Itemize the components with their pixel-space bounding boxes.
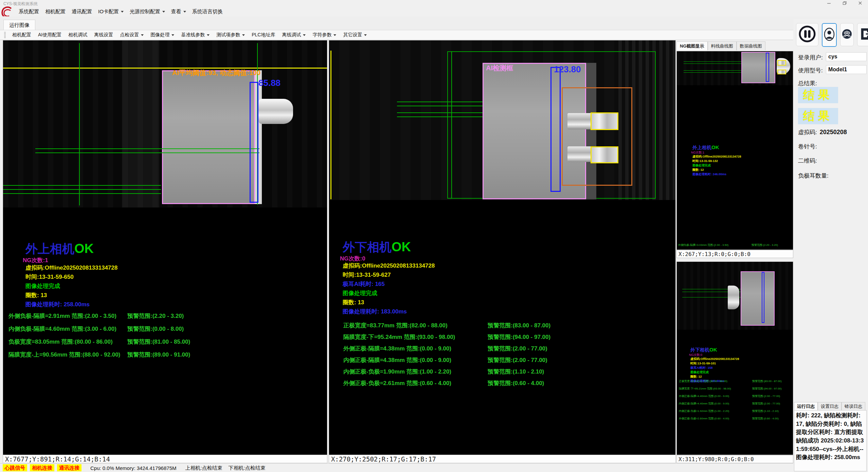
toolbar-item-12[interactable]: 其它设置: [340, 31, 370, 39]
warning-range-text: 预警范围:(0.00 - 8.00): [127, 326, 184, 332]
pixel-coordinate-bar: X:311;Y:980;R:0;G:0;B:0: [676, 455, 793, 463]
menu-item-label: 查看: [171, 8, 181, 15]
warning-range-text: 预警范围:(1.10 - 2.10): [488, 368, 544, 375]
warning-range-text: 预警范围:(0.60 - 4.00): [752, 417, 779, 420]
close-button[interactable]: [852, 0, 868, 7]
warning-range-text: 预警范围:(2.20 - 3.20): [127, 313, 184, 319]
log-tab-1[interactable]: 运行日志: [794, 402, 818, 411]
ng-screenshot-upper[interactable]: 外上相机OK NG次数:1 虚拟码:Offline202502081331347…: [676, 51, 793, 250]
close-icon: [858, 0, 862, 6]
toolbar-item-9[interactable]: PLC地址库: [248, 31, 278, 39]
sidebar-tab-1[interactable]: NG截图显示: [676, 41, 708, 50]
upper-camera-image: AI平均阈值:93, 动态阈值:100 85.88: [3, 40, 327, 207]
toolbar-item-7[interactable]: 基准线参数: [178, 31, 213, 39]
menu-item-label: 相机配置: [45, 8, 66, 15]
menu-item-1[interactable]: 系统配置: [16, 8, 42, 16]
menu-item-4[interactable]: IO卡配置: [95, 8, 127, 16]
login-user-input[interactable]: cys: [826, 52, 867, 61]
camera-status-lines: 虚拟码:Offline20250208133134728时间:13-31-59-…: [25, 263, 117, 309]
sidebar-tab-strip: NG截图显示料线曲线图数据曲线图: [676, 41, 765, 50]
electrode-sheet: [162, 70, 255, 204]
lower-camera-view[interactable]: AI检测框 123.80 外下相机OK NG次数:0 虚拟码:Offline20…: [329, 40, 676, 463]
metal-roller: [258, 99, 293, 124]
toolbar-item-11[interactable]: 字符参数: [309, 31, 340, 39]
thumbnail-measurement-row: 外侧正极-隔膜=4.40mm 范围:(0.00 - 9.00)预警范围:(2.0…: [679, 394, 782, 402]
pause-icon: [798, 24, 817, 45]
warning-range-text: 预警范围:(94.00 - 97.00): [752, 387, 782, 390]
toolbar-item-label: PLC地址库: [252, 32, 275, 38]
model-label: 使用型号:: [798, 67, 823, 74]
status-badge-3: 通讯连接: [57, 464, 82, 471]
baseline-yellow-vline: [330, 51, 331, 199]
toolbar-item-2[interactable]: AI使用配置: [35, 31, 65, 39]
thumbnail-measurement-row: 外侧正极-负极=2.60mm 范围:(0.60 - 4.00)预警范围:(0.6…: [679, 417, 782, 424]
chevron-down-icon: [171, 34, 174, 36]
toolbar-item-label: 相机配置: [12, 32, 31, 38]
thumbnail-measurements: 外侧负极-隔膜=3.03mm 范围:(2.00 - 3.50)预警范围:(2.2…: [678, 243, 781, 250]
thumbnail-status-line: 图像处理耗时: 246.00ms: [692, 172, 741, 177]
measurement-text: 外侧正极-隔膜=4.38mm 范围:(0.00 - 9.00): [343, 345, 488, 352]
measurement-text: 内侧负极-隔膜=4.60mm 范围:(3.00 - 6.00): [8, 325, 127, 333]
menu-item-2[interactable]: 相机配置: [42, 8, 69, 16]
camera-name: 外上相机: [692, 145, 711, 150]
maximize-button[interactable]: [837, 0, 852, 7]
chevron-down-icon: [141, 34, 144, 36]
roi-orange-box: [562, 87, 632, 186]
warning-range-text: 预警范围:(83.00 - 87.00): [488, 322, 550, 329]
pixel-coordinate-bar: X:267;Y:13;R:0;G:0;B:0: [676, 250, 793, 258]
warning-range-text: 预警范围:(81.00 - 85.00): [127, 339, 190, 345]
ng-screenshot-lower[interactable]: 外下相机OK NG次数:0 虚拟码:Offline202502081331347…: [676, 261, 793, 455]
measurement-row: 内侧负极-隔膜=4.60mm 范围:(3.00 - 6.00)预警范围:(0.0…: [8, 325, 190, 338]
menu-item-3[interactable]: 通讯配置: [69, 8, 95, 16]
measurement-text: 隔膜宽度-上=90.56mm 范围:(88.00 - 92.00): [8, 351, 127, 359]
pause-button[interactable]: [796, 23, 818, 46]
user-icon: [824, 25, 835, 45]
toolbar-item-6[interactable]: 图像处理: [147, 31, 178, 39]
log-tab-3[interactable]: 错误日志: [842, 402, 865, 411]
users-group-button[interactable]: [840, 23, 854, 46]
total-result-label: 总结果:: [798, 79, 817, 87]
sidebar-tab-2[interactable]: 料线曲线图: [708, 41, 737, 50]
measure-value-text: 85.88: [258, 78, 281, 88]
logout-button[interactable]: [857, 23, 868, 46]
measurement-text: 外侧负极-隔膜=2.91mm 范围:(2.00 - 3.50): [8, 312, 127, 320]
users-group-icon: [842, 24, 852, 45]
measurement-row: 内侧正极-负极=1.90mm 范围:(1.00 - 2.20)预警范围:(1.1…: [343, 368, 550, 379]
toolbar-item-1[interactable]: 相机配置: [9, 31, 35, 39]
camera-status-line: 图像处理完成: [343, 289, 435, 298]
measurement-text: 内侧正极-负极=1.90mm 范围:(1.00 - 2.20): [343, 368, 488, 376]
measure-blue-box: [550, 67, 561, 192]
menu-items: 系统配置相机配置通讯配置IO卡配置光源控制配置查看系统语言切换: [16, 8, 226, 16]
toolbar-grip[interactable]: [4, 32, 6, 38]
virtual-code-row: 虚拟码:20250208: [798, 128, 847, 136]
minimize-button[interactable]: [821, 0, 837, 7]
tab-run-image-label: 运行图像: [9, 22, 30, 29]
chevron-down-icon: [183, 11, 186, 13]
measurement-text: 正极宽度=83.69mm 范围:(82.00 - 88.00): [679, 379, 752, 383]
toolbar-item-3[interactable]: 相机调试: [65, 31, 91, 39]
tab-run-image[interactable]: 运行图像: [3, 20, 35, 30]
cpu-memory-text: Cpu: 0.0% Memory: 3424.41796875M: [90, 465, 176, 471]
pixel-coordinate-bar: X:270;Y:2502;R:17;G:17;B:17: [329, 455, 675, 463]
sidebar-tab-3[interactable]: 数据曲线图: [737, 41, 765, 50]
warning-range-text: 预警范围:(1.10 - 2.10): [752, 410, 779, 413]
camera-result: OK: [709, 347, 717, 352]
chevron-down-icon: [333, 34, 336, 36]
measurement-text: 内侧正极-隔膜=4.40mm 范围:(0.00 - 9.00): [679, 402, 752, 405]
menu-item-7[interactable]: 系统语言切换: [189, 8, 226, 16]
warning-range-text: 预警范围:(94.00 - 97.00): [488, 334, 550, 340]
model-input[interactable]: Model1: [826, 65, 867, 74]
toolbar-item-10[interactable]: 离线调试: [278, 31, 309, 39]
thumbnail-status-line: 时间:13-31-59-132: [692, 159, 741, 163]
user-button[interactable]: [822, 23, 837, 47]
toolbar-item-8[interactable]: 测试项参数: [213, 31, 248, 39]
toolbar-item-5[interactable]: 点检设置: [116, 31, 147, 39]
menu-item-6[interactable]: 查看: [168, 8, 189, 16]
log-tab-2[interactable]: 设置日志: [818, 402, 842, 411]
run-log-text[interactable]: 耗时: 222, 缺陷检测耗时: 17, 缺陷分类耗时: 0, 缺陷提取分区耗时…: [794, 410, 867, 471]
toolbar-item-4[interactable]: 离线设置: [91, 31, 116, 39]
menu-item-5[interactable]: 光源控制配置: [127, 8, 168, 16]
upper-camera-view[interactable]: AI平均阈值:93, 动态阈值:100 85.88 外上相机OK NG次数:1 …: [3, 40, 327, 463]
toolbar-item-label: 基准线参数: [181, 32, 205, 38]
baseline-yellow-line: [3, 68, 327, 69]
